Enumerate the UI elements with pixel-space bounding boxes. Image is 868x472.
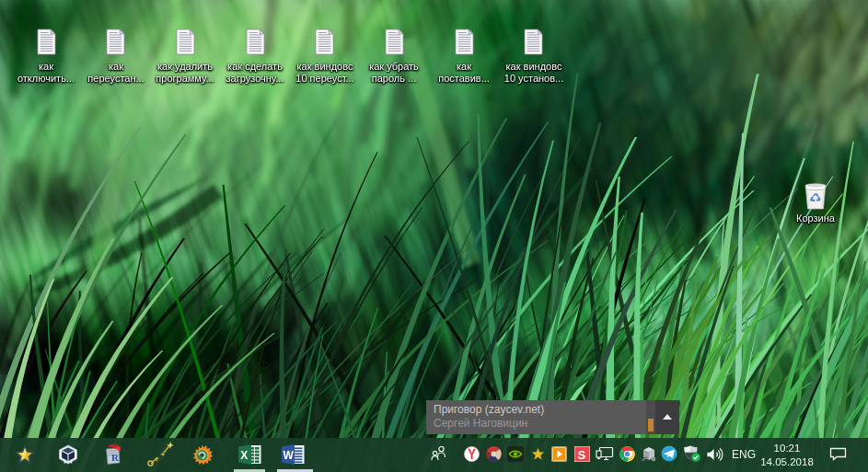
svg-text:R: R (111, 452, 120, 463)
svg-text:S: S (577, 448, 585, 462)
svg-text:X: X (240, 449, 248, 462)
svg-text:W: W (284, 449, 295, 462)
